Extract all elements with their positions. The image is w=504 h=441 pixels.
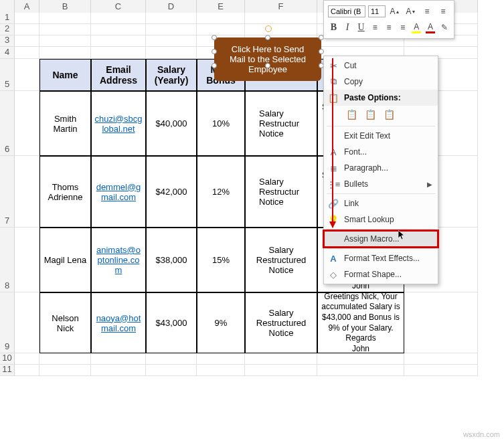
paste-option-1-icon[interactable]: 📋 <box>344 107 359 122</box>
paragraph-icon: ≣ <box>328 163 339 173</box>
decrease-indent-icon[interactable]: ≡ <box>420 5 434 18</box>
row-header-4[interactable]: 4 <box>0 47 15 59</box>
decrease-font-icon[interactable]: A▼ <box>404 5 418 18</box>
col-header-c[interactable]: C <box>91 0 146 13</box>
row-header-7[interactable]: 7 <box>0 156 15 228</box>
separator <box>327 193 435 194</box>
th-salary[interactable]: Salary (Yearly) <box>146 59 197 91</box>
col-header-d[interactable]: D <box>146 0 197 13</box>
cell-bonus-2[interactable]: 12% <box>197 156 245 228</box>
cell-salary-4[interactable]: $43,000 <box>146 292 197 353</box>
cell-name-1[interactable]: Smith Martin <box>39 91 91 156</box>
cut-icon: ✂ <box>328 60 339 71</box>
format-text-icon: A <box>328 253 339 264</box>
align-right-icon[interactable]: ≡ <box>397 21 408 34</box>
separator <box>327 126 435 126</box>
row-header-1[interactable]: 1 <box>0 13 15 24</box>
cell-email-4[interactable]: naoya@hotmail.com <box>91 292 146 353</box>
resize-handle-s[interactable] <box>265 63 270 68</box>
menu-copy[interactable]: ⧉Copy <box>324 74 438 90</box>
row-header-10[interactable]: 10 <box>0 353 15 365</box>
cell-salary-3[interactable]: $38,000 <box>146 228 197 292</box>
align-center-icon[interactable]: ≡ <box>384 21 395 34</box>
menu-bullets[interactable]: ⋮≡Bullets▶ <box>324 176 438 192</box>
font-icon: A <box>328 147 339 157</box>
cell-email-1[interactable]: chuzi@sbcglobal.net <box>91 91 146 156</box>
link-icon: 🔗 <box>328 198 339 209</box>
mini-toolbar: A▲ A▼ ≡ ≡ B I U ≡ ≡ ≡ A A ✎ <box>323 0 454 39</box>
format-shape-icon: ◇ <box>328 269 339 280</box>
cell-subject-4[interactable]: Salary Restructured Notice <box>245 292 317 353</box>
cell-name-3[interactable]: Magil Lena <box>39 228 91 292</box>
menu-format-text[interactable]: AFormat Text Effects... <box>324 250 438 266</box>
cell-subject-2[interactable]: SalaryRestructurNotice <box>245 156 317 228</box>
resize-handle-nw[interactable] <box>212 35 217 40</box>
menu-smart-lookup[interactable]: 💡Smart Lookup <box>324 211 438 228</box>
format-painter-icon[interactable]: ✎ <box>438 21 450 34</box>
cell-bonus-3[interactable]: 15% <box>197 228 245 292</box>
cell-name-2[interactable]: Thoms Adrienne <box>39 156 91 228</box>
resize-handle-n[interactable] <box>265 35 270 40</box>
cell-salary-2[interactable]: $42,000 <box>146 156 197 228</box>
paste-option-3-icon[interactable]: 📋 <box>382 107 396 122</box>
fill-color-button[interactable]: A <box>411 21 422 34</box>
row-header-2[interactable]: 2 <box>0 24 15 35</box>
watermark: wsxdn.com <box>463 430 500 438</box>
row-header-9[interactable]: 9 <box>0 292 15 353</box>
col-header-e[interactable]: E <box>197 0 245 13</box>
bullets-icon: ⋮≡ <box>328 179 339 189</box>
resize-handle-sw[interactable] <box>212 63 217 68</box>
col-header-f[interactable]: F <box>245 0 317 13</box>
bold-button[interactable]: B <box>328 21 339 34</box>
font-name-input[interactable] <box>328 5 365 17</box>
cell-email-3[interactable]: animats@optonline.com <box>91 228 146 292</box>
cell-body-4[interactable]: Greetings Nick, Your accumulated Salary … <box>317 292 404 353</box>
th-email[interactable]: Email Address <box>91 59 146 91</box>
font-color-button[interactable]: A <box>425 21 436 34</box>
paste-option-2-icon[interactable]: 📋 <box>363 107 377 122</box>
separator <box>327 229 435 230</box>
rotate-handle-icon[interactable] <box>265 25 272 32</box>
cell-subject-3[interactable]: Salary Restructured Notice <box>245 228 317 292</box>
row-header-8[interactable]: 8 <box>0 228 15 292</box>
cell-email-2[interactable]: demmel@gmail.com <box>91 156 146 228</box>
row-headers: 1 2 3 4 5 6 7 8 9 10 11 <box>0 13 15 376</box>
underline-button[interactable]: U <box>355 21 367 34</box>
context-menu: ✂Cut ⧉Copy 📋Paste Options: 📋 📋 📋 Exit Ed… <box>323 56 438 284</box>
menu-font[interactable]: AFont... <box>324 144 438 160</box>
menu-cut[interactable]: ✂Cut <box>324 58 438 74</box>
increase-indent-icon[interactable]: ≡ <box>436 5 450 18</box>
menu-assign-macro[interactable]: Assign Macro... <box>324 231 438 247</box>
separator <box>327 248 435 249</box>
col-header-b[interactable]: B <box>39 0 91 13</box>
row-header-3[interactable]: 3 <box>0 35 15 47</box>
font-size-input[interactable] <box>368 5 386 17</box>
menu-paste-options: 📋Paste Options: <box>324 90 438 106</box>
cell-bonus-4[interactable]: 9% <box>197 292 245 353</box>
cell-subject-1[interactable]: SalaryRestructurNotice <box>245 91 317 156</box>
align-left-icon[interactable]: ≡ <box>369 21 381 34</box>
col-header-a[interactable]: A <box>15 0 39 13</box>
cell-salary-1[interactable]: $40,000 <box>146 91 197 156</box>
submenu-arrow-icon: ▶ <box>427 181 432 188</box>
select-all-corner[interactable] <box>0 0 15 13</box>
th-name[interactable]: Name <box>39 59 91 91</box>
increase-font-icon[interactable]: A▲ <box>388 5 402 18</box>
cell-name-4[interactable]: Nelson Nick <box>39 292 91 353</box>
menu-format-shape[interactable]: ◇Format Shape... <box>324 266 438 282</box>
copy-icon: ⧉ <box>328 76 339 87</box>
red-arrow-annotation <box>332 58 333 228</box>
send-mail-button-shape[interactable]: Click Here to Send Mail to the Selected … <box>214 37 321 81</box>
italic-button[interactable]: I <box>342 21 353 34</box>
row-header-6[interactable]: 6 <box>0 91 15 156</box>
paste-options-row: 📋 📋 📋 <box>324 106 438 124</box>
resize-handle-w[interactable] <box>212 49 217 54</box>
resize-handle-e[interactable] <box>319 49 324 54</box>
menu-exit-edit[interactable]: Exit Edit Text <box>324 128 438 144</box>
cell-bonus-1[interactable]: 10% <box>197 91 245 156</box>
menu-paragraph[interactable]: ≣Paragraph... <box>324 160 438 176</box>
paste-icon: 📋 <box>328 92 339 103</box>
row-header-11[interactable]: 11 <box>0 365 15 376</box>
row-header-5[interactable]: 5 <box>0 59 15 91</box>
menu-link[interactable]: 🔗Link <box>324 195 438 211</box>
